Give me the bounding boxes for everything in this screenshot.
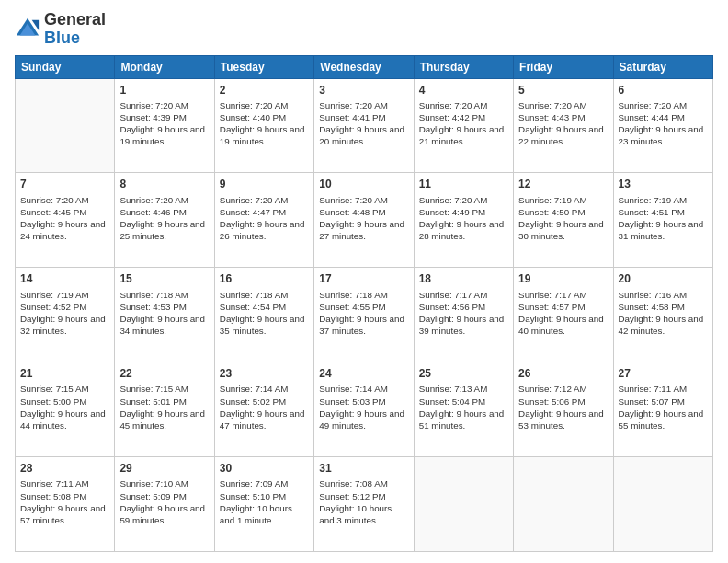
calendar-week-row: 7Sunrise: 7:20 AMSunset: 4:45 PMDaylight… (16, 173, 713, 268)
day-info: Sunrise: 7:08 AMSunset: 5:12 PMDaylight:… (319, 477, 408, 526)
calendar-day-cell: 17Sunrise: 7:18 AMSunset: 4:55 PMDayligh… (314, 268, 414, 362)
calendar-day-cell: 6Sunrise: 7:20 AMSunset: 4:44 PMDaylight… (613, 78, 712, 173)
day-number: 7 (20, 177, 109, 191)
day-number: 18 (419, 271, 508, 286)
day-number: 6 (619, 83, 708, 98)
day-number: 17 (319, 271, 408, 286)
calendar-day-cell: 15Sunrise: 7:18 AMSunset: 4:53 PMDayligh… (115, 268, 214, 362)
day-number: 9 (220, 177, 309, 191)
day-number: 4 (419, 83, 508, 98)
calendar-week-row: 28Sunrise: 7:11 AMSunset: 5:08 PMDayligh… (16, 457, 713, 552)
day-info: Sunrise: 7:20 AMSunset: 4:44 PMDaylight:… (619, 99, 708, 148)
day-info: Sunrise: 7:09 AMSunset: 5:10 PMDaylight:… (220, 477, 309, 526)
calendar-day-cell (613, 457, 712, 552)
calendar-day-cell: 10Sunrise: 7:20 AMSunset: 4:48 PMDayligh… (314, 173, 414, 268)
weekday-header-tuesday: Tuesday (214, 55, 313, 78)
weekday-header-sunday: Sunday (16, 55, 115, 78)
calendar-day-cell: 3Sunrise: 7:20 AMSunset: 4:41 PMDaylight… (314, 78, 414, 173)
calendar-day-cell (514, 457, 613, 552)
day-info: Sunrise: 7:18 AMSunset: 4:53 PMDaylight:… (119, 289, 209, 338)
calendar-day-cell: 8Sunrise: 7:20 AMSunset: 4:46 PMDaylight… (115, 173, 214, 268)
day-number: 2 (220, 83, 309, 98)
calendar-day-cell: 16Sunrise: 7:18 AMSunset: 4:54 PMDayligh… (214, 268, 313, 362)
calendar-day-cell: 18Sunrise: 7:17 AMSunset: 4:56 PMDayligh… (414, 268, 513, 362)
calendar-day-cell: 28Sunrise: 7:11 AMSunset: 5:08 PMDayligh… (16, 457, 115, 552)
day-info: Sunrise: 7:20 AMSunset: 4:41 PMDaylight:… (319, 99, 408, 148)
day-number: 12 (518, 177, 608, 191)
day-number: 3 (319, 83, 408, 98)
calendar-day-cell: 20Sunrise: 7:16 AMSunset: 4:58 PMDayligh… (613, 268, 712, 362)
day-info: Sunrise: 7:20 AMSunset: 4:47 PMDaylight:… (220, 194, 309, 243)
weekday-header-row: SundayMondayTuesdayWednesdayThursdayFrid… (16, 55, 713, 78)
logo-icon (15, 17, 40, 42)
day-info: Sunrise: 7:19 AMSunset: 4:50 PMDaylight:… (518, 194, 608, 243)
header: General Blue (15, 11, 713, 48)
calendar-day-cell: 24Sunrise: 7:14 AMSunset: 5:03 PMDayligh… (314, 362, 414, 457)
day-info: Sunrise: 7:17 AMSunset: 4:56 PMDaylight:… (419, 289, 508, 338)
calendar-day-cell: 14Sunrise: 7:19 AMSunset: 4:52 PMDayligh… (16, 268, 115, 362)
day-number: 16 (220, 271, 309, 286)
day-info: Sunrise: 7:13 AMSunset: 5:04 PMDaylight:… (419, 383, 508, 431)
calendar-day-cell: 1Sunrise: 7:20 AMSunset: 4:39 PMDaylight… (115, 78, 214, 173)
calendar-day-cell: 19Sunrise: 7:17 AMSunset: 4:57 PMDayligh… (514, 268, 613, 362)
day-number: 10 (319, 177, 408, 191)
day-number: 24 (319, 366, 408, 381)
day-info: Sunrise: 7:20 AMSunset: 4:48 PMDaylight:… (319, 194, 408, 243)
day-info: Sunrise: 7:10 AMSunset: 5:09 PMDaylight:… (119, 477, 209, 526)
weekday-header-saturday: Saturday (613, 55, 712, 78)
calendar-day-cell: 21Sunrise: 7:15 AMSunset: 5:00 PMDayligh… (16, 362, 115, 457)
day-number: 25 (419, 366, 508, 381)
day-info: Sunrise: 7:20 AMSunset: 4:42 PMDaylight:… (419, 99, 508, 148)
calendar-day-cell: 27Sunrise: 7:11 AMSunset: 5:07 PMDayligh… (613, 362, 712, 457)
calendar-day-cell: 12Sunrise: 7:19 AMSunset: 4:50 PMDayligh… (514, 173, 613, 268)
weekday-header-wednesday: Wednesday (314, 55, 414, 78)
day-info: Sunrise: 7:20 AMSunset: 4:46 PMDaylight:… (119, 194, 209, 243)
day-info: Sunrise: 7:17 AMSunset: 4:57 PMDaylight:… (518, 289, 608, 338)
calendar-day-cell: 11Sunrise: 7:20 AMSunset: 4:49 PMDayligh… (414, 173, 513, 268)
day-info: Sunrise: 7:20 AMSunset: 4:40 PMDaylight:… (220, 99, 309, 148)
day-info: Sunrise: 7:20 AMSunset: 4:49 PMDaylight:… (419, 194, 508, 243)
day-info: Sunrise: 7:20 AMSunset: 4:45 PMDaylight:… (20, 194, 109, 243)
calendar-week-row: 14Sunrise: 7:19 AMSunset: 4:52 PMDayligh… (16, 268, 713, 362)
calendar-day-cell: 2Sunrise: 7:20 AMSunset: 4:40 PMDaylight… (214, 78, 313, 173)
day-number: 19 (518, 271, 608, 286)
day-number: 14 (20, 271, 109, 286)
calendar-day-cell (414, 457, 513, 552)
calendar-day-cell: 30Sunrise: 7:09 AMSunset: 5:10 PMDayligh… (214, 457, 313, 552)
day-number: 27 (619, 366, 708, 381)
day-info: Sunrise: 7:15 AMSunset: 5:00 PMDaylight:… (20, 383, 109, 431)
calendar-day-cell: 29Sunrise: 7:10 AMSunset: 5:09 PMDayligh… (115, 457, 214, 552)
calendar-day-cell (16, 78, 115, 173)
day-number: 20 (619, 271, 708, 286)
day-info: Sunrise: 7:19 AMSunset: 4:52 PMDaylight:… (20, 289, 109, 338)
calendar-week-row: 1Sunrise: 7:20 AMSunset: 4:39 PMDaylight… (16, 78, 713, 173)
day-number: 28 (20, 461, 109, 476)
calendar-day-cell: 4Sunrise: 7:20 AMSunset: 4:42 PMDaylight… (414, 78, 513, 173)
day-number: 8 (119, 177, 209, 191)
calendar-day-cell: 9Sunrise: 7:20 AMSunset: 4:47 PMDaylight… (214, 173, 313, 268)
calendar-day-cell: 26Sunrise: 7:12 AMSunset: 5:06 PMDayligh… (514, 362, 613, 457)
logo-text: General Blue (44, 11, 106, 48)
day-number: 31 (319, 461, 408, 476)
day-info: Sunrise: 7:20 AMSunset: 4:39 PMDaylight:… (119, 99, 209, 148)
day-info: Sunrise: 7:15 AMSunset: 5:01 PMDaylight:… (119, 383, 209, 431)
day-info: Sunrise: 7:18 AMSunset: 4:54 PMDaylight:… (220, 289, 309, 338)
day-number: 15 (119, 271, 209, 286)
day-number: 22 (119, 366, 209, 381)
day-number: 5 (518, 83, 608, 98)
day-info: Sunrise: 7:11 AMSunset: 5:08 PMDaylight:… (20, 477, 109, 526)
day-info: Sunrise: 7:18 AMSunset: 4:55 PMDaylight:… (319, 289, 408, 338)
day-info: Sunrise: 7:14 AMSunset: 5:02 PMDaylight:… (220, 383, 309, 431)
day-info: Sunrise: 7:14 AMSunset: 5:03 PMDaylight:… (319, 383, 408, 431)
day-number: 13 (619, 177, 708, 191)
calendar-day-cell: 13Sunrise: 7:19 AMSunset: 4:51 PMDayligh… (613, 173, 712, 268)
page: General Blue SundayMondayTuesdayWednesda… (0, 0, 728, 563)
day-number: 21 (20, 366, 109, 381)
calendar-day-cell: 25Sunrise: 7:13 AMSunset: 5:04 PMDayligh… (414, 362, 513, 457)
calendar-day-cell: 31Sunrise: 7:08 AMSunset: 5:12 PMDayligh… (314, 457, 414, 552)
weekday-header-friday: Friday (514, 55, 613, 78)
day-number: 26 (518, 366, 608, 381)
calendar-day-cell: 23Sunrise: 7:14 AMSunset: 5:02 PMDayligh… (214, 362, 313, 457)
calendar-day-cell: 22Sunrise: 7:15 AMSunset: 5:01 PMDayligh… (115, 362, 214, 457)
day-info: Sunrise: 7:20 AMSunset: 4:43 PMDaylight:… (518, 99, 608, 148)
